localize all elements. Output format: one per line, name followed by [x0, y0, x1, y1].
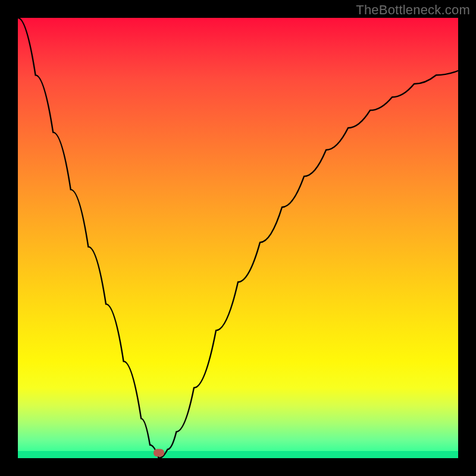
- plot-area: [18, 18, 458, 458]
- chart-frame: TheBottleneck.com: [0, 0, 476, 476]
- bottleneck-curve: [18, 18, 458, 458]
- watermark-text: TheBottleneck.com: [356, 2, 470, 18]
- curve-path: [18, 18, 458, 458]
- optimal-point-marker: [154, 449, 164, 457]
